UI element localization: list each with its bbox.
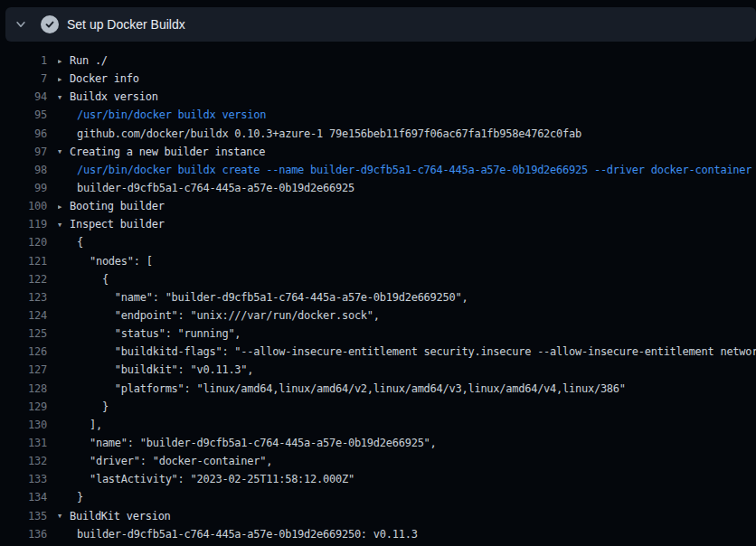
log-line: 99builder-d9cfb5a1-c764-445a-a57e-0b19d2… (0, 179, 756, 197)
command-text: /usr/bin/docker buildx version (58, 106, 756, 124)
log-line: 128 "platforms": "linux/amd64,linux/amd6… (0, 380, 756, 398)
log-group-header[interactable]: ▶Docker info (58, 70, 756, 88)
log-group-header[interactable]: ▼Creating a new builder instance (58, 143, 756, 161)
output-text: ], (58, 416, 756, 434)
chevron-down-icon[interactable] (14, 17, 28, 32)
line-number[interactable]: 129 (0, 398, 47, 416)
log-lines: 1▶Run ./7▶Docker info94▼Buildx version95… (0, 52, 756, 543)
log-line: 136builder-d9cfb5a1-c764-445a-a57e-0b19d… (0, 525, 756, 543)
log-group-header[interactable]: ▼BuildKit version (58, 507, 756, 525)
log-line: 131 "name": "builder-d9cfb5a1-c764-445a-… (0, 434, 756, 452)
log-line: 96github.com/docker/buildx 0.10.3+azure-… (0, 125, 756, 143)
log-group-row: 7▶Docker info (0, 70, 756, 88)
log-group-row: 100▶Booting builder (0, 197, 756, 215)
line-number[interactable]: 124 (0, 306, 47, 325)
step-header[interactable]: Set up Docker Buildx (5, 7, 756, 42)
log-group-row: 1▶Run ./ (0, 52, 756, 70)
group-label: BuildKit version (70, 510, 171, 522)
output-text: "endpoint": "unix:///var/run/docker.sock… (58, 306, 756, 325)
output-text: builder-d9cfb5a1-c764-445a-a57e-0b19d2e6… (58, 179, 756, 197)
output-text: } (58, 488, 756, 506)
group-label: Booting builder (70, 200, 165, 212)
line-number[interactable]: 127 (0, 361, 47, 379)
line-number[interactable]: 100 (0, 197, 47, 215)
line-number[interactable]: 7 (0, 70, 47, 88)
group-label: Docker info (70, 72, 139, 85)
line-number[interactable]: 135 (0, 507, 47, 525)
log-line: 132 "driver": "docker-container", (0, 452, 756, 470)
output-text: builder-d9cfb5a1-c764-445a-a57e-0b19d2e6… (58, 525, 756, 543)
output-text: "nodes": [ (58, 252, 756, 270)
line-number[interactable]: 94 (0, 88, 47, 106)
output-text: "buildkitd-flags": "--allow-insecure-ent… (58, 343, 756, 361)
log-group-header[interactable]: ▼Inspect builder (58, 215, 756, 233)
log-group-row: 94▼Buildx version (0, 88, 756, 106)
output-text: { (58, 233, 756, 251)
line-number[interactable]: 95 (0, 106, 47, 124)
step-title: Set up Docker Buildx (67, 17, 185, 32)
log-line: 123 "name": "builder-d9cfb5a1-c764-445a-… (0, 288, 756, 306)
group-label: Inspect builder (70, 218, 165, 231)
log-line: 125 "status": "running", (0, 325, 756, 343)
line-number[interactable]: 126 (0, 343, 47, 361)
log-group-row: 97▼Creating a new builder instance (0, 143, 756, 161)
line-number[interactable]: 97 (0, 143, 47, 161)
line-number[interactable]: 134 (0, 488, 47, 506)
line-number[interactable]: 128 (0, 380, 47, 398)
output-text: github.com/docker/buildx 0.10.3+azure-1 … (58, 125, 756, 143)
line-number[interactable]: 1 (0, 52, 47, 70)
output-text: "platforms": "linux/amd64,linux/amd64/v2… (58, 380, 756, 398)
log-group-header[interactable]: ▶Run ./ (58, 52, 756, 70)
output-text: "name": "builder-d9cfb5a1-c764-445a-a57e… (58, 288, 756, 306)
output-text: { (58, 270, 756, 288)
triangle-expanded-icon[interactable]: ▼ (58, 89, 70, 107)
log-group-row: 135▼BuildKit version (0, 507, 756, 525)
line-number[interactable]: 125 (0, 325, 47, 343)
log-line: 95/usr/bin/docker buildx version (0, 106, 756, 124)
triangle-expanded-icon[interactable]: ▼ (58, 143, 70, 161)
command-text: /usr/bin/docker buildx create --name bui… (58, 161, 756, 179)
output-text: "driver": "docker-container", (58, 452, 756, 470)
line-number[interactable]: 120 (0, 233, 47, 251)
line-number[interactable]: 99 (0, 179, 47, 197)
output-text: } (58, 398, 756, 416)
triangle-collapsed-icon[interactable]: ▶ (58, 52, 70, 71)
output-text: "lastActivity": "2023-02-25T11:58:12.000… (58, 470, 756, 488)
log-line: 127 "buildkit": "v0.11.3", (0, 361, 756, 379)
log-line: 121 "nodes": [ (0, 252, 756, 270)
line-number[interactable]: 96 (0, 125, 47, 143)
output-text: "name": "builder-d9cfb5a1-c764-445a-a57e… (58, 434, 756, 452)
line-number[interactable]: 130 (0, 416, 47, 434)
line-number[interactable]: 119 (0, 215, 47, 233)
log-group-row: 119▼Inspect builder (0, 215, 756, 233)
log-group-header[interactable]: ▶Booting builder (58, 197, 756, 215)
log-line: 120{ (0, 233, 756, 251)
log-line: 98/usr/bin/docker buildx create --name b… (0, 161, 756, 179)
log-line: 130 ], (0, 416, 756, 434)
line-number[interactable]: 122 (0, 270, 47, 288)
line-number[interactable]: 133 (0, 470, 47, 488)
output-text: "buildkit": "v0.11.3", (58, 361, 756, 379)
log-line: 129 } (0, 398, 756, 416)
line-number[interactable]: 136 (0, 525, 47, 543)
log-line: 133 "lastActivity": "2023-02-25T11:58:12… (0, 470, 756, 488)
log-line: 126 "buildkitd-flags": "--allow-insecure… (0, 343, 756, 361)
group-label: Run ./ (70, 54, 108, 67)
triangle-collapsed-icon[interactable]: ▶ (58, 198, 70, 216)
group-label: Creating a new builder instance (70, 146, 265, 158)
line-number[interactable]: 121 (0, 252, 47, 270)
triangle-expanded-icon[interactable]: ▼ (58, 507, 70, 525)
line-number[interactable]: 131 (0, 434, 47, 452)
group-label: Buildx version (70, 90, 158, 103)
line-number[interactable]: 98 (0, 161, 47, 179)
triangle-expanded-icon[interactable]: ▼ (58, 216, 70, 234)
triangle-collapsed-icon[interactable]: ▶ (58, 71, 70, 89)
log-line: 134} (0, 488, 756, 506)
line-number[interactable]: 132 (0, 452, 47, 470)
status-check-icon (41, 15, 59, 33)
log-line: 124 "endpoint": "unix:///var/run/docker.… (0, 306, 756, 325)
output-text: "status": "running", (58, 325, 756, 343)
line-number[interactable]: 123 (0, 288, 47, 306)
log-group-header[interactable]: ▼Buildx version (58, 88, 756, 106)
log-line: 122 { (0, 270, 756, 288)
